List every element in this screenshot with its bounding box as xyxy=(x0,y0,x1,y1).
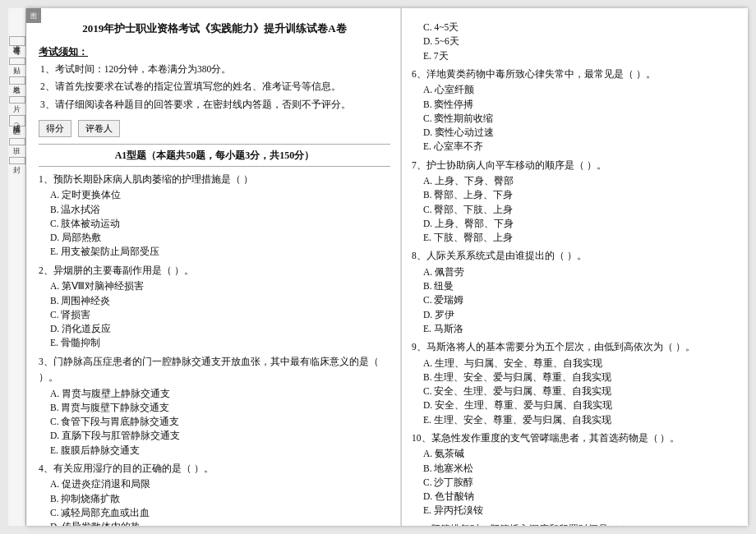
page-wrapper: 准考证号 贴 姓名 片 成绩（班区） 班 封 图 2019年护士职业资格考试《实 xyxy=(8,8,748,526)
q1-title: 1、预防长期卧床病人肌肉萎缩的护理措施是（ ） xyxy=(39,172,390,188)
sidebar-section-cert: 准考证号 xyxy=(9,36,25,46)
columns-wrapper: 2019年护士职业资格考试《实践能力》提升训练试卷A卷 考试须知： 1、考试时间… xyxy=(26,8,748,526)
q1-opt-d: D. 局部热敷 xyxy=(50,231,390,245)
q3-opt-a: A. 胃贲与腹壁上静脉交通支 xyxy=(50,387,390,401)
q10-opt-b: B. 地塞米松 xyxy=(423,462,738,476)
q4-opt-d: D. 传导发散体内的热 xyxy=(50,520,390,526)
score-button[interactable]: 得分 xyxy=(39,120,71,137)
corner-icon-text: 图 xyxy=(30,12,37,21)
q2-opt-e: E. 骨髓抑制 xyxy=(50,336,390,350)
sidebar-name-label: 姓名 xyxy=(12,80,22,81)
q2-opt-c: C. 肾损害 xyxy=(50,308,390,322)
doc-title: 2019年护士职业资格考试《实践能力》提升训练试卷A卷 xyxy=(39,21,390,37)
q11-title: 11、肛管排气时，肛管插入深度和留置时间是（ ）。 xyxy=(412,522,738,526)
right-column: C. 4~5天 D. 5~6天 E. 7天 6、洋地黄类药物中毒所致心律失常中，… xyxy=(402,8,748,526)
sidebar-section-seal: 封 xyxy=(9,157,25,164)
q1-opt-c: C. 肢体被动运动 xyxy=(50,217,390,231)
q10-opt-d: D. 色甘酸钠 xyxy=(423,490,738,504)
q2-opt-d: D. 消化道反应 xyxy=(50,322,390,336)
question-7: 7、护士协助病人向平车移动的顺序是（ ）。 A. 上身、下身、臀部 B. 臀部、… xyxy=(412,158,738,246)
q7-opt-c: C. 臀部、下肢、上身 xyxy=(423,203,738,217)
q1-opt-b: B. 温水拭浴 xyxy=(50,203,390,217)
question-9: 9、马斯洛将人的基本需要分为五个层次，由低到高依次为（ ）。 A. 生理、与归属… xyxy=(412,339,738,427)
q7-opt-e: E. 下肢、臀部、上身 xyxy=(423,231,738,245)
corner-icon: 图 xyxy=(26,8,41,23)
q10-opt-a: A. 氨茶碱 xyxy=(423,447,738,461)
question-2: 2、异烟肼的主要毒副作用是（ ）。 A. 第Ⅷ对脑神经损害 B. 周围神经炎 C… xyxy=(39,263,390,351)
left-column: 2019年护士职业资格考试《实践能力》提升训练试卷A卷 考试须知： 1、考试时间… xyxy=(26,8,401,526)
question-4: 4、有关应用湿疗的目的正确的是（ ）。 A. 促进炎症消退和局限 B. 抑制烧痛… xyxy=(39,461,390,526)
q3-opt-e: E. 腹膜后静脉交通支 xyxy=(50,444,390,458)
q4-opt-a: A. 促进炎症消退和局限 xyxy=(50,477,390,491)
q6-opt-d: D. 窦性心动过速 xyxy=(423,126,738,140)
document-area: 图 2019年护士职业资格考试《实践能力》提升训练试卷A卷 考试须知： 1、考试… xyxy=(26,8,748,526)
q6-opt-b: B. 窦性停搏 xyxy=(423,98,738,112)
q2-opt-b: B. 周围神经炎 xyxy=(50,294,390,308)
q10-title: 10、某急性发作重度的支气管哮喘患者，其首选药物是（ ）。 xyxy=(412,430,738,447)
q5-continuation: C. 4~5天 D. 5~6天 E. 7天 xyxy=(412,21,738,63)
notice-header: 考试须知： xyxy=(39,44,390,60)
sidebar-seal-label: 封 xyxy=(12,160,22,161)
q4-opt-c: C. 减轻局部充血或出血 xyxy=(50,506,390,520)
q6-opt-e: E. 心室率不齐 xyxy=(423,140,738,154)
q5-cont-c: C. 4~5天 xyxy=(423,21,738,35)
sidebar-section-class: 班 xyxy=(9,138,25,145)
question-6: 6、洋地黄类药物中毒所致心律失常中，最常见是（ ）。 A. 心室纤颤 B. 窦性… xyxy=(412,67,738,154)
sidebar-section-name: 姓名 xyxy=(9,76,25,85)
question-10: 10、某急性发作重度的支气管哮喘患者，其首选药物是（ ）。 A. 氨茶碱 B. … xyxy=(412,430,738,518)
sidebar-photo-label: 片 xyxy=(12,99,22,100)
q3-opt-c: C. 食管下段与胃底静脉交通支 xyxy=(50,415,390,429)
q9-opt-d: D. 安全、生理、尊重、爱与归属、自我实现 xyxy=(423,398,738,412)
q5-cont-e: E. 7天 xyxy=(423,49,738,63)
q3-opt-b: B. 胃贲与腹壁下静脉交通支 xyxy=(50,401,390,415)
q8-opt-d: D. 罗伊 xyxy=(423,308,738,322)
left-sidebar: 准考证号 贴 姓名 片 成绩（班区） 班 封 xyxy=(8,8,26,526)
q9-opt-b: B. 生理、安全、爱与归属、尊重、自我实现 xyxy=(423,371,738,384)
sidebar-paste-label: 贴 xyxy=(12,61,22,62)
question-8: 8、人际关系系统式是由谁提出的（ ）。 A. 佩普劳 B. 纽曼 C. 爱瑞姆 … xyxy=(412,248,738,336)
notice-item-3: 3、请仔细阅读各种题目的回答要求，在密封线内答题，否则不予评分。 xyxy=(40,97,390,113)
q2-opt-a: A. 第Ⅷ对脑神经损害 xyxy=(50,279,390,293)
q3-title: 3、门静脉高压症患者的门一腔静脉交通支开放血张，其中最有临床意义的是（ ）。 xyxy=(39,354,390,386)
q8-opt-e: E. 马斯洛 xyxy=(423,322,738,336)
q8-opt-a: A. 佩普劳 xyxy=(423,265,738,279)
question-11: 11、肛管排气时，肛管插入深度和留置时间是（ ）。 A. 7~10 cm，20分… xyxy=(412,522,738,526)
question-1: 1、预防长期卧床病人肌肉萎缩的护理措施是（ ） A. 定时更换体位 B. 温水拭… xyxy=(39,172,390,260)
q9-opt-c: C. 安全、生理、爱与归属、尊重、自我实现 xyxy=(423,384,738,398)
q9-opt-a: A. 生理、与归属、安全、尊重、自我实现 xyxy=(423,357,738,371)
sidebar-score-label: 成绩（班区） xyxy=(12,118,22,123)
q6-title: 6、洋地黄类药物中毒所致心律失常中，最常见是（ ）。 xyxy=(412,67,738,83)
toolbar: 得分 评卷人 xyxy=(39,120,390,137)
sidebar-section-photo: 片 xyxy=(9,96,25,104)
q5-cont-d: D. 5~6天 xyxy=(423,35,738,48)
sidebar-section-score: 成绩（班区） xyxy=(9,115,25,127)
q7-opt-b: B. 臀部、上身、下身 xyxy=(423,188,738,202)
q2-title: 2、异烟肼的主要毒副作用是（ ）。 xyxy=(39,263,390,279)
sidebar-section-paste: 贴 xyxy=(9,58,25,65)
q7-title: 7、护士协助病人向平车移动的顺序是（ ）。 xyxy=(412,158,738,174)
q10-opt-e: E. 异丙托溴铵 xyxy=(423,504,738,518)
q7-opt-d: D. 上身、臀部、下身 xyxy=(423,217,738,231)
q8-title: 8、人际关系系统式是由谁提出的（ ）。 xyxy=(412,248,738,265)
q9-opt-e: E. 生理、安全、尊重、爱与归属、自我实现 xyxy=(423,413,738,427)
type-header: A1型题（本题共50题，每小题3分，共150分） xyxy=(39,144,390,167)
question-3: 3、门静脉高压症患者的门一腔静脉交通支开放血张，其中最有临床意义的是（ ）。 A… xyxy=(39,354,390,458)
q9-title: 9、马斯洛将人的基本需要分为五个层次，由低到高依次为（ ）。 xyxy=(412,339,738,356)
q7-opt-a: A. 上身、下身、臀部 xyxy=(423,174,738,188)
q4-opt-b: B. 抑制烧痛扩散 xyxy=(50,492,390,506)
q10-opt-c: C. 沙丁胺醇 xyxy=(423,476,738,490)
sidebar-class-label: 班 xyxy=(12,141,22,142)
review-button[interactable]: 评卷人 xyxy=(78,120,120,137)
notice-item-1: 1、考试时间：120分钟，本卷满分为380分。 xyxy=(40,62,390,78)
q6-opt-c: C. 窦性期前收缩 xyxy=(423,112,738,126)
q1-opt-a: A. 定时更换体位 xyxy=(50,188,390,202)
q1-opt-e: E. 用支被架防止局部受压 xyxy=(50,245,390,259)
q4-title: 4、有关应用湿疗的目的正确的是（ ）。 xyxy=(39,461,390,477)
notice-item-2: 2、请首先按要求在试卷的指定位置填写您的姓名、准考证号等信息。 xyxy=(40,79,390,95)
sidebar-cert-label: 准考证号 xyxy=(12,39,22,43)
q8-opt-c: C. 爱瑞姆 xyxy=(423,293,738,307)
q3-opt-d: D. 直肠下段与肛管静脉交通支 xyxy=(50,429,390,443)
q6-opt-a: A. 心室纤颤 xyxy=(423,83,738,97)
q8-opt-b: B. 纽曼 xyxy=(423,279,738,293)
